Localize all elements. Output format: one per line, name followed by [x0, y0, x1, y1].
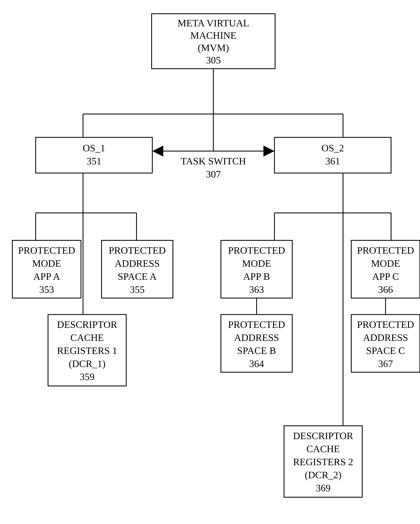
spaceC-l2: ADDRESS: [363, 332, 408, 343]
taskswitch-ref: 307: [206, 169, 221, 180]
node-dcr1: DESCRIPTOR CACHE REGISTERS 1 (DCR_1) 359: [48, 314, 126, 386]
spaceA-l1: PROTECTED: [109, 245, 166, 256]
spaceB-l1: PROTECTED: [228, 319, 285, 330]
appB-ref: 363: [249, 284, 264, 295]
spaceB-ref: 364: [249, 358, 264, 369]
spaceA-ref: 355: [130, 284, 145, 295]
dcr2-ref: 369: [316, 482, 331, 494]
appA-ref: 353: [39, 284, 54, 295]
appC-l3: APP C: [372, 271, 399, 282]
spaceA-l2: ADDRESS: [115, 258, 160, 269]
node-mvm: META VIRTUAL MACHINE (MVM) 305: [152, 14, 275, 69]
dcr2-l1: DESCRIPTOR: [293, 430, 353, 441]
spaceC-l3: SPACE C: [366, 345, 405, 356]
dcr2-l4: (DCR_2): [305, 470, 342, 480]
label-task-switch: TASK SWITCH 307: [181, 156, 246, 180]
node-app-a: PROTECTED MODE APP A 353: [12, 240, 81, 298]
appB-l1: PROTECTED: [228, 245, 285, 256]
appA-l3: APP A: [33, 271, 60, 282]
appC-ref: 366: [378, 284, 393, 295]
mvm-ref: 305: [206, 55, 221, 66]
svg-marker-5: [263, 146, 274, 157]
node-app-b: PROTECTED MODE APP B 363: [221, 240, 292, 298]
dcr1-l4: (DCR_1): [69, 358, 106, 369]
mvm-line2: MACHINE: [190, 30, 236, 41]
diagram: META VIRTUAL MACHINE (MVM) 305 OS_1 351 …: [0, 0, 420, 524]
os2-ref: 361: [325, 156, 340, 167]
node-space-c: PROTECTED ADDRESS SPACE C 367: [351, 314, 420, 372]
os1-label: OS_1: [83, 143, 105, 154]
spaceC-ref: 367: [378, 358, 393, 369]
node-space-b: PROTECTED ADDRESS SPACE B 364: [221, 314, 292, 372]
svg-marker-4: [152, 146, 163, 157]
dcr1-l1: DESCRIPTOR: [57, 319, 117, 330]
appB-l2: MODE: [242, 258, 271, 269]
spaceB-l2: ADDRESS: [234, 332, 279, 343]
dcr1-l2: CACHE: [70, 332, 104, 343]
appC-l2: MODE: [371, 258, 400, 269]
mvm-line1: META VIRTUAL: [177, 17, 249, 29]
appA-l1: PROTECTED: [18, 245, 75, 256]
spaceA-l3: SPACE A: [118, 271, 157, 282]
node-space-a: PROTECTED ADDRESS SPACE A 355: [101, 240, 173, 298]
node-os2: OS_2 361: [274, 137, 391, 173]
spaceC-l1: PROTECTED: [357, 319, 414, 330]
node-app-c: PROTECTED MODE APP C 366: [351, 240, 420, 298]
appC-l1: PROTECTED: [357, 245, 414, 256]
taskswitch-l1: TASK SWITCH: [181, 156, 246, 167]
dcr2-l2: CACHE: [306, 443, 340, 454]
appA-l2: MODE: [32, 258, 61, 269]
dcr1-l3: REGISTERS 1: [57, 345, 117, 356]
mvm-line3: (MVM): [198, 42, 229, 53]
node-os1: OS_1 351: [36, 137, 152, 173]
dcr2-l3: REGISTERS 2: [293, 456, 353, 467]
spaceB-l3: SPACE B: [237, 345, 276, 356]
os2-label: OS_2: [321, 143, 344, 154]
os1-ref: 351: [87, 156, 101, 167]
node-dcr2: DESCRIPTOR CACHE REGISTERS 2 (DCR_2) 369: [284, 426, 362, 497]
appB-l3: APP B: [243, 271, 270, 282]
dcr1-ref: 359: [80, 371, 94, 382]
